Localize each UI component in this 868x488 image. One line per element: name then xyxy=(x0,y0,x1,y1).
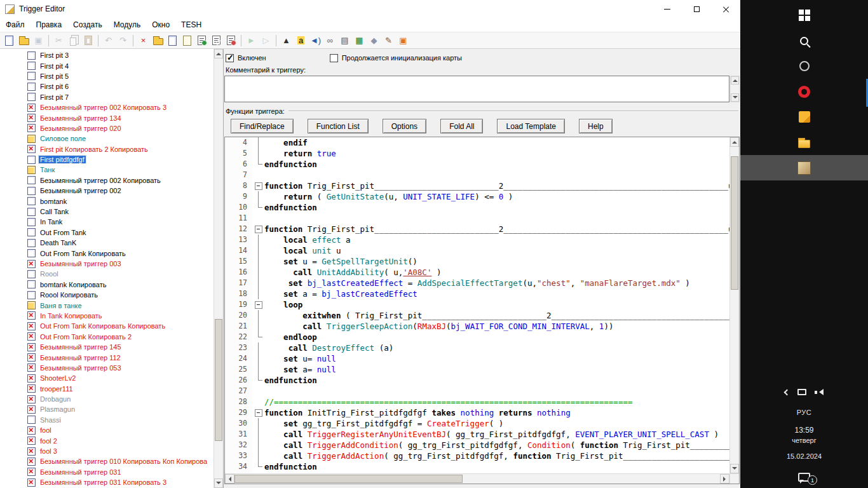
find-replace-button[interactable]: Find/Replace xyxy=(231,119,294,133)
tree-item[interactable]: First pitdfgdfgf xyxy=(0,154,214,165)
tree-item[interactable]: First pit 5 xyxy=(0,71,214,81)
tree-item[interactable]: Shassi xyxy=(0,415,214,425)
start-button[interactable] xyxy=(740,3,868,28)
new-comment-icon[interactable] xyxy=(180,33,194,48)
tree-item[interactable]: bomtank Копировать xyxy=(0,280,214,290)
tree-item[interactable]: ShooterLv2 xyxy=(0,373,214,383)
new-action-icon[interactable] xyxy=(224,33,238,48)
tesh-settings-icon[interactable]: ▣ xyxy=(396,33,410,48)
help-button[interactable]: Help xyxy=(579,119,613,133)
comment-input[interactable] xyxy=(224,76,729,102)
taskbar-search-button[interactable] xyxy=(740,28,868,53)
delete-icon[interactable]: × xyxy=(136,33,151,48)
keyboard-icon[interactable]: ▤ xyxy=(337,33,352,48)
tree-item[interactable]: Безымянный триггер 020 xyxy=(0,123,214,133)
minimize-button[interactable] xyxy=(653,0,682,18)
tree-item[interactable]: Безымянный триггер 145 xyxy=(0,342,214,352)
tree-item[interactable]: Безымянный триггер 003 xyxy=(0,259,214,269)
fold-toggle-icon[interactable] xyxy=(253,407,264,418)
export-grid-icon[interactable]: ▦ xyxy=(352,33,367,48)
tree-item[interactable]: Out From Tank Копировать xyxy=(0,248,214,258)
editor-scroll-right-button[interactable] xyxy=(720,474,729,484)
options-button[interactable]: Options xyxy=(383,119,426,133)
paste-icon[interactable] xyxy=(81,33,95,48)
editor-scroll-thumb[interactable] xyxy=(731,156,738,290)
cortana-button[interactable] xyxy=(740,53,868,79)
editor-hscrollbar[interactable] xyxy=(225,473,739,484)
menu-file[interactable]: Файл xyxy=(0,18,31,31)
undo-icon[interactable]: ↶ xyxy=(101,33,116,48)
tree-item[interactable]: First pit 6 xyxy=(0,81,214,92)
edit-script-icon[interactable]: ✎ xyxy=(381,33,396,48)
tree-item[interactable]: Безымянный триггер 002 Копировать 3 xyxy=(0,102,214,112)
tree-item[interactable]: Безымянный триггер 112 xyxy=(0,352,214,362)
tree-item[interactable]: First pit 4 xyxy=(0,60,214,71)
comment-scroll-up-button[interactable] xyxy=(731,76,739,85)
tree-item[interactable]: Безымянный триггер 002 Копировать xyxy=(0,175,214,186)
tree-item[interactable]: In Tank xyxy=(0,217,214,227)
taskbar-clock[interactable]: 13:59 четверг 15.02.2024 xyxy=(787,425,822,461)
editor-scroll-track[interactable] xyxy=(730,147,739,464)
notification-center-button[interactable]: 1 xyxy=(798,473,810,482)
tree-item[interactable]: bomtank xyxy=(0,196,214,206)
tree-scroll-up-button[interactable] xyxy=(214,49,223,58)
tree-item[interactable]: Death TanK xyxy=(0,238,214,248)
tree-item[interactable]: First pit 3 xyxy=(0,50,214,60)
open-folder-icon[interactable] xyxy=(17,33,31,48)
new-trigger-icon[interactable] xyxy=(165,33,180,48)
tesh-highlight-icon[interactable]: a xyxy=(294,33,308,48)
tree-item[interactable]: fool 3 xyxy=(0,446,214,456)
tree-item[interactable]: Безымянный триггер 031 Копировать 3 xyxy=(0,477,214,487)
menu-tesh[interactable]: TESH xyxy=(175,18,207,31)
fold-toggle-icon[interactable] xyxy=(253,180,264,191)
tree-item[interactable]: Ваня в танке xyxy=(0,300,214,310)
taskbar-opera-button[interactable] xyxy=(740,79,868,104)
tree-scrollbar[interactable] xyxy=(214,49,223,488)
comment-scroll-down-button[interactable] xyxy=(731,93,739,102)
tree-item[interactable]: Roool xyxy=(0,269,214,279)
tree-item[interactable]: Безымянный триггер 031 xyxy=(0,467,214,477)
tree-item[interactable]: Drobagun xyxy=(0,394,214,404)
network-icon[interactable] xyxy=(797,389,806,395)
editor-scroll-left-button[interactable] xyxy=(225,474,234,484)
new-category-icon[interactable] xyxy=(151,33,165,48)
enabled-checkbox[interactable] xyxy=(226,54,234,62)
menu-module[interactable]: Модуль xyxy=(108,18,147,31)
taskbar-world-editor-button[interactable] xyxy=(740,155,868,180)
code-area[interactable]: 4 endif5 return true6endfunction78functi… xyxy=(225,137,729,473)
tree-item[interactable]: trooper111 xyxy=(0,384,214,394)
sound-icon[interactable]: ◄) xyxy=(308,33,323,48)
comment-scrollbar[interactable] xyxy=(730,76,740,102)
tree-item[interactable]: Безымянный триггер 053 xyxy=(0,363,214,373)
menu-window[interactable]: Окно xyxy=(146,18,175,31)
run-trigger-icon[interactable]: ► xyxy=(244,33,259,48)
new-event-icon[interactable] xyxy=(194,33,209,48)
debug-icon[interactable]: ▷ xyxy=(259,33,273,48)
tree-scroll-thumb[interactable] xyxy=(215,319,222,441)
tree-item[interactable]: Безымянный триггер 134 xyxy=(0,112,214,123)
tree-item[interactable]: Out From Tank xyxy=(0,227,214,238)
save-icon[interactable]: ▣ xyxy=(31,33,46,48)
editor-hscroll-thumb[interactable] xyxy=(234,475,463,483)
copy-icon[interactable] xyxy=(66,33,81,48)
redo-icon[interactable]: ↷ xyxy=(116,33,130,48)
tree-item[interactable]: In Tank Копировать xyxy=(0,311,214,321)
tree-item[interactable]: First pit Копировать 2 Копировать xyxy=(0,144,214,154)
tree-item[interactable]: Roool Копировать xyxy=(0,290,214,300)
hidden-icons-chevron[interactable] xyxy=(783,389,790,395)
taskbar-notes-button[interactable] xyxy=(740,104,868,130)
editor-scroll-up-button[interactable] xyxy=(730,137,739,147)
diamond-icon[interactable]: ◆ xyxy=(367,33,381,48)
tree-item[interactable]: Безымянный триггер 002 xyxy=(0,186,214,196)
new-file-icon[interactable] xyxy=(2,33,17,48)
tree-item[interactable]: First pit 7 xyxy=(0,92,214,102)
language-indicator[interactable]: РУС xyxy=(797,409,812,416)
tree-scroll-track[interactable] xyxy=(214,58,223,478)
tree-item[interactable]: fool xyxy=(0,425,214,435)
tree-item[interactable]: Out From Tank Копировать Копировать xyxy=(0,321,214,331)
tree-item[interactable]: Силовое поле xyxy=(0,133,214,144)
fold-all-button[interactable]: Fold All xyxy=(440,119,483,133)
new-condition-icon[interactable] xyxy=(209,33,224,48)
fold-toggle-icon[interactable] xyxy=(253,224,264,234)
load-template-button[interactable]: Load Template xyxy=(497,119,565,133)
